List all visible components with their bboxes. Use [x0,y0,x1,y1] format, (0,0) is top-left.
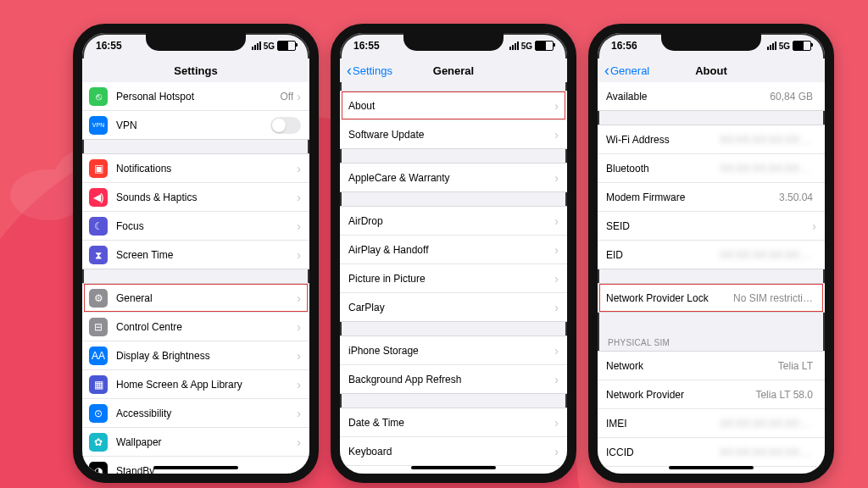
settings-row[interactable]: Picture in Picture› [340,263,567,292]
row-label: Control Centre [116,321,297,333]
home-indicator[interactable] [411,466,496,469]
group: Available60,84 GB [598,82,825,111]
settings-row[interactable]: EIDXX:XX:XX:XX:XX:XX [598,240,825,269]
battery-icon [535,41,554,51]
chevron-right-icon: › [297,321,301,333]
chevron-right-icon: › [554,172,559,184]
settings-row[interactable]: Network ProviderTelia LT 58.0 [598,380,825,408]
grid-icon: ▦ [89,375,108,394]
settings-row[interactable]: ⧗Screen Time› [82,240,309,269]
row-label: Network Provider [606,389,755,401]
flower-icon: ✿ [89,433,108,452]
settings-row[interactable]: Network Provider LockNo SIM restricti… [598,284,825,312]
settings-row[interactable]: IMEIXX:XX:XX:XX:XX:XX [598,408,825,437]
page-title: About [695,64,727,77]
row-label: AirPlay & Handoff [348,244,554,256]
chevron-right-icon: › [297,379,301,391]
chevron-right-icon: › [297,436,301,448]
settings-row[interactable]: AirDrop› [340,207,567,235]
row-label: Available [606,91,770,103]
row-label: CarPlay [348,302,554,313]
settings-row[interactable]: Background App Refresh› [340,364,567,393]
chevron-right-icon: › [554,302,559,313]
chevron-right-icon: › [297,249,301,261]
back-button[interactable]: ‹Settings [347,63,392,78]
group: ⎋Personal HotspotOff›VPNVPN [82,82,309,140]
row-value: 60,84 GB [770,91,813,103]
settings-row[interactable]: AirPlay & Handoff› [340,235,567,263]
settings-row[interactable]: ☾Focus› [82,211,309,240]
chevron-right-icon: › [297,220,301,232]
settings-row[interactable]: AppleCare & Warranty› [340,164,567,191]
signal-icon [252,42,261,50]
row-value: Telia LT [778,360,813,372]
moon-icon: ☾ [89,217,108,236]
group: ▣Notifications›◀)Sounds & Haptics›☾Focus… [82,153,309,269]
home-indicator[interactable] [669,466,754,469]
settings-row[interactable]: ▣Notifications› [82,154,309,182]
row-label: General [116,292,297,304]
settings-row[interactable]: AADisplay & Brightness› [82,341,309,369]
settings-row[interactable]: Modem Firmware3.50.04 [598,182,825,211]
nav-bar: Settings [82,58,309,82]
settings-row[interactable]: Software Update› [340,119,567,148]
settings-row[interactable]: ▦Home Screen & App Library› [82,369,309,398]
row-label: SEID [606,220,812,232]
row-label: Focus [116,220,297,232]
chevron-right-icon: › [297,191,301,203]
settings-row[interactable]: Keyboard› [340,436,567,465]
nav-bar: ‹General About [598,58,825,82]
network-type: 5G [264,42,275,51]
settings-row[interactable]: VPNVPN [82,110,309,139]
settings-row[interactable]: ICCIDXX:XX:XX:XX:XX:XX [598,437,825,466]
home-indicator[interactable] [153,466,238,469]
toggle-switch[interactable] [270,117,301,134]
back-button[interactable]: ‹General [604,63,649,78]
settings-row[interactable]: ◀)Sounds & Haptics› [82,182,309,211]
settings-row[interactable]: NetworkTelia LT [598,352,825,380]
phone-settings: 16:55 5G Settings ⎋Personal HotspotOff›V… [73,24,319,483]
row-label: Picture in Picture [348,273,554,285]
settings-row[interactable]: ⊟Control Centre› [82,312,309,341]
settings-row[interactable]: SEID› [598,211,825,240]
gear-icon: ⚙ [89,289,108,308]
group: AppleCare & Warranty› [340,163,567,192]
settings-row[interactable]: BluetoothXX:XX:XX:XX:XX:XX [598,153,825,182]
row-label: Screen Time [116,249,297,261]
chevron-right-icon: › [812,220,816,232]
status-time: 16:55 [353,40,380,52]
row-value-redacted: XX:XX:XX:XX:XX:XX [720,418,813,430]
nav-bar: ‹Settings General [340,58,567,82]
chevron-right-icon: › [554,446,559,458]
settings-row[interactable]: ◑StandBy› [82,456,309,474]
settings-row[interactable]: About› [340,92,567,119]
settings-row[interactable]: iPhone Storage› [340,336,567,364]
row-label: Notifications [116,163,297,175]
group: About›Software Update› [340,91,567,149]
settings-row[interactable]: ✿Wallpaper› [82,427,309,456]
vpn-icon: VPN [89,116,108,135]
settings-row[interactable]: CarPlay› [340,292,567,321]
row-label: About [348,100,554,112]
group: Date & Time›Keyboard›Fonts›Language & Re… [340,408,567,474]
chevron-right-icon: › [297,408,301,419]
row-label: IMEI [606,418,720,430]
settings-row[interactable]: ⚙General› [82,284,309,312]
speaker-icon: ◀) [89,188,108,207]
group: iPhone Storage›Background App Refresh› [340,336,567,394]
text-icon: AA [89,347,108,365]
page-title: Settings [174,64,217,77]
row-value: Off [281,91,294,103]
chevron-right-icon: › [554,345,559,357]
notch [146,32,246,51]
row-label: AppleCare & Warranty [348,172,554,184]
row-label: iPhone Storage [348,345,554,357]
settings-row[interactable]: Date & Time› [340,408,567,436]
chevron-right-icon: › [297,163,301,175]
network-type: 5G [521,42,532,51]
settings-row[interactable]: Available60,84 GB [598,82,825,110]
notch [403,32,504,51]
settings-row[interactable]: ⊙Accessibility› [82,398,309,427]
settings-row[interactable]: Wi-Fi AddressXX:XX:XX:XX:XX:XX [598,125,825,153]
settings-row[interactable]: ⎋Personal HotspotOff› [82,82,309,110]
